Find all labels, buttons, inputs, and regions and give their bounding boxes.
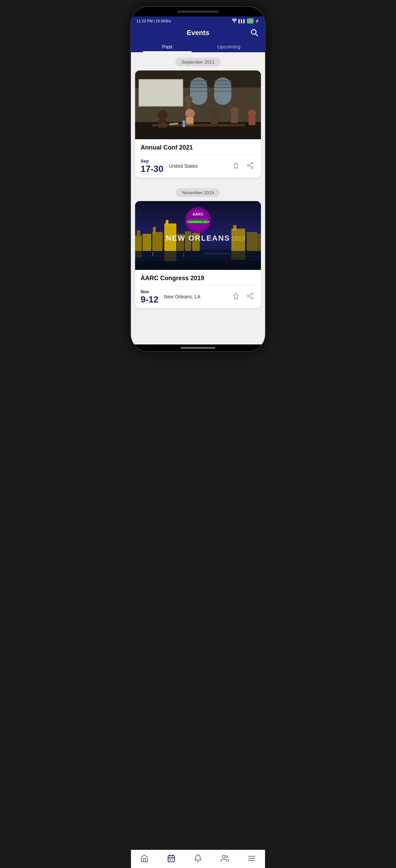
svg-rect-42 bbox=[143, 234, 151, 251]
event-image-conf bbox=[135, 70, 261, 139]
svg-line-36 bbox=[249, 166, 251, 167]
event-title-conf: Annual Conf 2021 bbox=[141, 144, 255, 151]
tab-bar: Past Upcoming bbox=[136, 40, 260, 52]
app-header: Events Past Upcoming bbox=[131, 25, 265, 52]
month-divider-nov: November 2019 bbox=[131, 183, 265, 201]
share-icon bbox=[246, 162, 254, 169]
svg-text:AARC: AARC bbox=[192, 212, 204, 216]
svg-line-74 bbox=[249, 294, 251, 296]
phone-frame: 11:22 PM | 25.8KB/s ▌▌▌ 12 ⚡ Events bbox=[131, 7, 265, 351]
event-card-aarc[interactable]: AARC CONGRESS 2019 NEW ORLEANS 2019 AARC… bbox=[135, 201, 261, 308]
event-days-aarc: 9-12 bbox=[141, 295, 158, 304]
event-info-conf: Annual Conf 2021 Sep 17-30 United States bbox=[135, 139, 261, 177]
svg-rect-57 bbox=[152, 252, 153, 256]
event-month-aarc: Nov bbox=[141, 289, 158, 294]
events-list: September 2021 bbox=[131, 52, 265, 344]
svg-line-73 bbox=[249, 296, 251, 298]
event-location-aarc: New Orleans, LA bbox=[164, 294, 231, 299]
svg-rect-31 bbox=[183, 120, 185, 127]
pin-button-conf[interactable] bbox=[231, 160, 241, 172]
bolt-icon: ⚡ bbox=[255, 19, 260, 23]
svg-rect-43 bbox=[152, 232, 163, 251]
wifi-icon bbox=[232, 19, 237, 23]
pin-icon-aarc bbox=[232, 292, 240, 300]
search-icon bbox=[250, 28, 258, 36]
svg-rect-52 bbox=[247, 232, 257, 251]
event-actions-aarc bbox=[231, 291, 255, 302]
event-details-aarc: Nov 9-12 New Orleans, LA bbox=[141, 289, 255, 304]
search-button[interactable] bbox=[249, 27, 260, 39]
svg-rect-41 bbox=[137, 230, 140, 237]
home-indicator-line bbox=[181, 347, 215, 349]
status-time: 11:22 PM | 25.8KB/s bbox=[136, 19, 171, 23]
month-divider-sep: September 2021 bbox=[131, 52, 265, 70]
event-title-aarc: AARC Congress 2019 bbox=[141, 275, 255, 282]
notch bbox=[177, 11, 219, 13]
event-image-nola: AARC CONGRESS 2019 NEW ORLEANS 2019 bbox=[135, 201, 261, 270]
phone-notch bbox=[131, 7, 265, 17]
svg-rect-46 bbox=[166, 220, 168, 225]
pin-icon bbox=[232, 162, 240, 169]
pin-button-aarc[interactable] bbox=[231, 291, 241, 302]
svg-rect-40 bbox=[135, 235, 142, 251]
svg-text:2019: 2019 bbox=[231, 235, 245, 242]
svg-line-37 bbox=[249, 164, 251, 165]
svg-rect-25 bbox=[211, 115, 218, 124]
svg-rect-29 bbox=[249, 117, 255, 125]
svg-point-20 bbox=[157, 110, 168, 120]
svg-point-28 bbox=[248, 110, 256, 117]
svg-point-22 bbox=[185, 109, 195, 118]
event-card-annual-conf[interactable]: Annual Conf 2021 Sep 17-30 United States bbox=[135, 70, 261, 177]
svg-rect-17 bbox=[139, 80, 183, 106]
month-label-nov: November 2019 bbox=[176, 188, 220, 197]
svg-rect-53 bbox=[257, 234, 261, 251]
event-date-aarc: Nov 9-12 bbox=[141, 289, 158, 304]
svg-line-2 bbox=[256, 34, 258, 36]
event-details-conf: Sep 17-30 United States bbox=[141, 158, 255, 173]
header-top: Events bbox=[136, 29, 260, 40]
event-actions-conf bbox=[231, 160, 255, 172]
svg-text:NEW ORLEANS: NEW ORLEANS bbox=[166, 234, 230, 242]
event-date-conf: Sep 17-30 bbox=[141, 158, 164, 173]
nola-svg: AARC CONGRESS 2019 NEW ORLEANS 2019 bbox=[135, 201, 261, 270]
svg-rect-56 bbox=[231, 251, 245, 260]
signal-icons: ▌▌▌ bbox=[239, 19, 246, 23]
divider-aarc bbox=[141, 285, 255, 286]
event-month-conf: Sep bbox=[141, 158, 164, 164]
event-info-aarc: AARC Congress 2019 Nov 9-12 New Orleans,… bbox=[135, 270, 261, 308]
status-bar: 11:22 PM | 25.8KB/s ▌▌▌ 12 ⚡ bbox=[131, 17, 265, 25]
month-label-sep: September 2021 bbox=[175, 58, 221, 66]
svg-rect-27 bbox=[231, 114, 238, 123]
svg-point-0 bbox=[234, 22, 235, 23]
tab-past[interactable]: Past bbox=[136, 40, 198, 52]
status-icons: ▌▌▌ 12 ⚡ bbox=[232, 19, 260, 23]
divider-conf bbox=[141, 155, 255, 155]
svg-rect-59 bbox=[204, 253, 231, 254]
svg-rect-21 bbox=[158, 119, 167, 128]
svg-rect-54 bbox=[135, 251, 142, 258]
event-location-conf: United States bbox=[169, 163, 231, 169]
svg-rect-51 bbox=[233, 225, 236, 230]
tab-upcoming[interactable]: Upcoming bbox=[198, 40, 260, 52]
svg-text:CONGRESS 2019: CONGRESS 2019 bbox=[187, 220, 209, 223]
home-indicator bbox=[131, 344, 265, 351]
share-button-conf[interactable] bbox=[245, 160, 255, 172]
event-days-conf: 17-30 bbox=[141, 164, 164, 173]
svg-point-24 bbox=[210, 108, 219, 116]
svg-rect-44 bbox=[153, 227, 156, 234]
conference-room-svg bbox=[135, 70, 261, 139]
svg-point-18 bbox=[184, 96, 192, 104]
share-icon-aarc bbox=[246, 292, 254, 300]
battery-indicator: 12 bbox=[247, 19, 253, 23]
svg-point-26 bbox=[230, 107, 239, 115]
share-button-aarc[interactable] bbox=[245, 291, 255, 302]
page-title: Events bbox=[187, 29, 209, 37]
svg-rect-30 bbox=[152, 124, 245, 127]
